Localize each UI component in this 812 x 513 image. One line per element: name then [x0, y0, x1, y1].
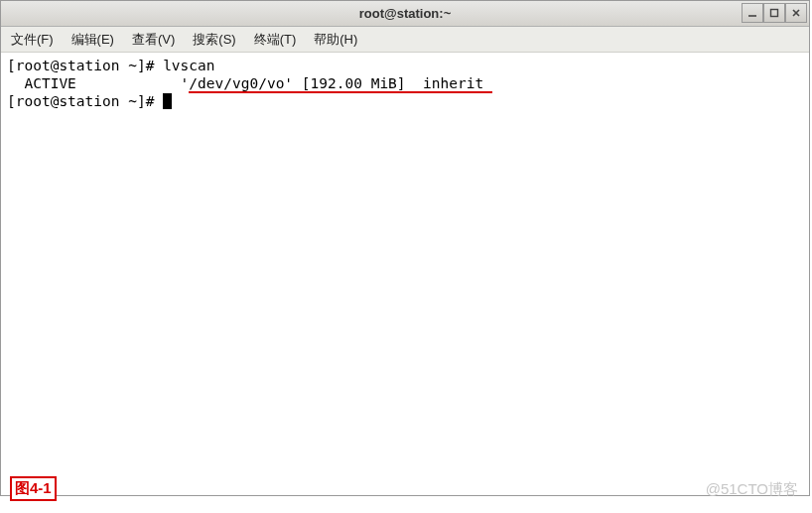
terminal-area[interactable]: [root@station ~]# lvscan ACTIVE '/dev/vg… [1, 53, 809, 495]
menu-file[interactable]: 文件(F) [7, 29, 58, 51]
output-text: ACTIVE ' [7, 75, 189, 91]
svg-rect-1 [771, 10, 778, 17]
watermark-text: @51CTO博客 [706, 480, 798, 499]
cursor-icon [163, 93, 172, 109]
menu-help[interactable]: 帮助(H) [310, 29, 361, 51]
titlebar: root@station:~ [1, 1, 809, 27]
minimize-icon [747, 8, 757, 18]
figure-caption: 图4-1 [10, 476, 57, 501]
minimize-button[interactable] [742, 3, 763, 23]
window-title: root@station:~ [1, 6, 809, 21]
menu-edit[interactable]: 编辑(E) [68, 29, 118, 51]
menu-search[interactable]: 搜索(S) [189, 29, 239, 51]
close-icon [791, 8, 801, 18]
command-text: lvscan [163, 58, 214, 73]
menu-view[interactable]: 查看(V) [128, 29, 179, 51]
prompt: [root@station ~]# [7, 93, 163, 109]
menubar: 文件(F) 编辑(E) 查看(V) 搜索(S) 终端(T) 帮助(H) [1, 27, 809, 53]
window-controls [742, 3, 807, 23]
close-button[interactable] [785, 3, 807, 23]
prompt: [root@station ~]# [7, 58, 163, 73]
terminal-window: root@station:~ 文件(F) 编辑(E) 查看(V) 搜索(S) 终… [0, 0, 810, 496]
output-highlight: /dev/vg0/vo' [192.00 MiB] inherit [189, 75, 492, 93]
maximize-button[interactable] [763, 3, 785, 23]
maximize-icon [769, 8, 779, 18]
menu-terminal[interactable]: 终端(T) [250, 29, 301, 51]
